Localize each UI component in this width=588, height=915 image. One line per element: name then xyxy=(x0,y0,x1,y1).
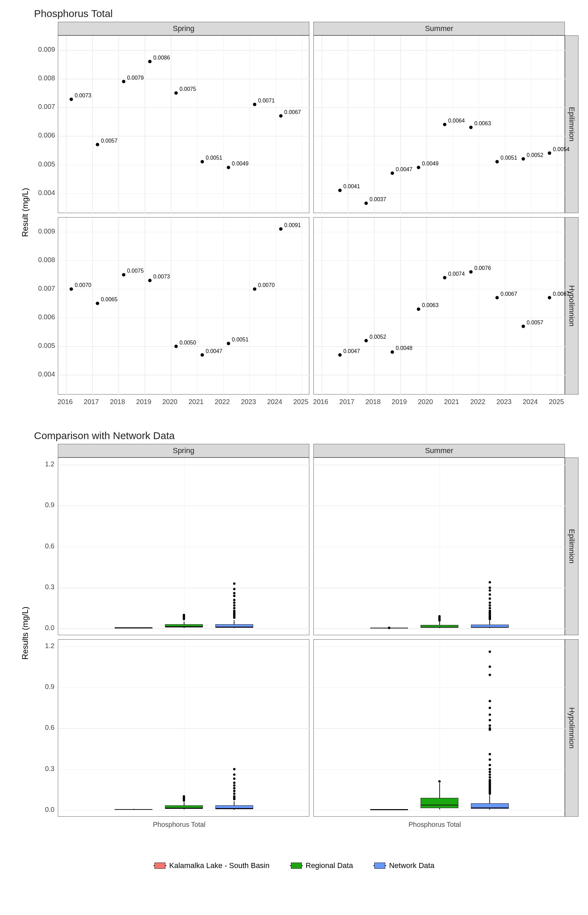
x-tick-label: 2020 xyxy=(418,398,433,406)
y-tick-label: 1.2 xyxy=(39,460,55,468)
legend-item: Kalamalka Lake - South Basin xyxy=(153,861,270,870)
outlier-point xyxy=(233,773,236,776)
data-point xyxy=(522,324,525,328)
y-tick-label: 0.6 xyxy=(39,724,55,732)
x-tick-label: 2020 xyxy=(162,398,178,406)
data-point-label: 0.0049 xyxy=(232,161,249,167)
data-point xyxy=(548,152,551,155)
outlier-point xyxy=(233,787,236,789)
data-point xyxy=(174,91,178,95)
data-point-label: 0.0067 xyxy=(284,109,301,115)
data-point-label: 0.0051 xyxy=(232,337,249,343)
data-point xyxy=(69,98,73,101)
y-tick-label: 0.005 xyxy=(31,160,55,168)
outlier-point xyxy=(233,790,236,792)
data-point-label: 0.0063 xyxy=(422,302,439,308)
data-point-label: 0.0074 xyxy=(448,271,465,276)
data-point xyxy=(469,270,473,273)
legend-label: Kalamalka Lake - South Basin xyxy=(169,861,270,870)
outlier-point xyxy=(438,615,441,618)
outlier-point xyxy=(233,588,236,590)
data-point-label: 0.0086 xyxy=(153,55,170,61)
data-point xyxy=(279,115,283,118)
outlier-point xyxy=(489,593,491,596)
outlier-point xyxy=(489,589,491,592)
facet-panel: 0.00730.00570.00790.00860.00750.00510.00… xyxy=(58,36,309,213)
facet-panel xyxy=(58,457,309,635)
x-tick-label: 2025 xyxy=(293,398,309,406)
outlier-point xyxy=(489,601,491,604)
data-point xyxy=(338,353,342,356)
y-tick-label: 0.9 xyxy=(39,501,55,509)
x-tick-label: 2022 xyxy=(215,398,230,406)
data-point xyxy=(417,166,420,169)
data-point xyxy=(69,287,73,291)
outlier-point xyxy=(489,581,491,584)
outlier-point xyxy=(489,719,491,721)
y-tick-label: 0.006 xyxy=(31,131,55,139)
outlier-point xyxy=(233,778,236,780)
data-point xyxy=(200,160,204,163)
outlier-point xyxy=(489,779,491,781)
data-point xyxy=(122,273,125,276)
y-tick-label: 0.009 xyxy=(31,227,55,235)
outlier-point xyxy=(233,792,236,795)
page: Phosphorus Total Result (mg/L)SpringSumm… xyxy=(0,0,588,915)
data-point-label: 0.0054 xyxy=(553,146,570,152)
outlier-point xyxy=(489,773,491,776)
outlier-point xyxy=(438,780,441,782)
data-point-label: 0.0047 xyxy=(205,348,222,354)
data-point xyxy=(496,160,499,163)
data-point xyxy=(364,339,368,342)
outlier-point xyxy=(233,582,236,585)
data-point xyxy=(443,276,446,279)
y-tick-label: 0.007 xyxy=(31,285,55,293)
legend-key-icon xyxy=(373,862,386,870)
facet-row-strip: Hypolimnion xyxy=(565,639,578,817)
facet-col-strip: Spring xyxy=(58,22,309,36)
outlier-point xyxy=(233,601,236,604)
data-point xyxy=(391,350,394,354)
data-point xyxy=(417,307,420,311)
data-point xyxy=(279,227,283,230)
x-tick-label: 2023 xyxy=(241,398,256,406)
facet-panel xyxy=(313,639,565,817)
x-tick-label: 2016 xyxy=(58,398,73,406)
x-tick-label: 2019 xyxy=(136,398,152,406)
legend-item: Regional Data xyxy=(290,861,353,870)
outlier-point xyxy=(233,595,236,597)
data-point xyxy=(496,296,499,299)
x-tick-label: Phosphorus Total xyxy=(409,821,461,829)
outlier-point xyxy=(489,666,491,668)
facet-row-strip: Epilimnion xyxy=(565,36,578,213)
data-point-label: 0.0047 xyxy=(396,167,412,172)
outlier-point xyxy=(233,782,236,784)
outlier-point xyxy=(233,784,236,787)
data-point xyxy=(469,126,473,129)
data-point-label: 0.0067 xyxy=(501,291,517,296)
x-tick-label: Phosphorus Total xyxy=(153,821,205,829)
data-point xyxy=(200,353,204,356)
data-point-label: 0.0064 xyxy=(448,118,465,124)
data-point-label: 0.0049 xyxy=(422,161,439,167)
x-tick-label: 2018 xyxy=(365,398,381,406)
x-tick-label: 2016 xyxy=(313,398,328,406)
y-tick-label: 0.009 xyxy=(31,45,55,53)
data-point-label: 0.0037 xyxy=(370,196,386,202)
outlier-point xyxy=(489,607,491,609)
outlier-point xyxy=(233,607,236,609)
outlier-point xyxy=(489,609,491,612)
data-point xyxy=(522,157,525,161)
x-tick-label: 2022 xyxy=(470,398,486,406)
facet-panel xyxy=(313,457,565,635)
outlier-point xyxy=(388,627,390,629)
outlier-point xyxy=(489,604,491,606)
data-point xyxy=(443,123,446,126)
data-point xyxy=(548,296,551,299)
outlier-point xyxy=(233,592,236,594)
data-point-label: 0.0048 xyxy=(396,345,412,351)
outlier-point xyxy=(489,764,491,766)
data-point-label: 0.0052 xyxy=(370,334,386,339)
data-point xyxy=(227,166,230,169)
outlier-point xyxy=(489,727,491,729)
